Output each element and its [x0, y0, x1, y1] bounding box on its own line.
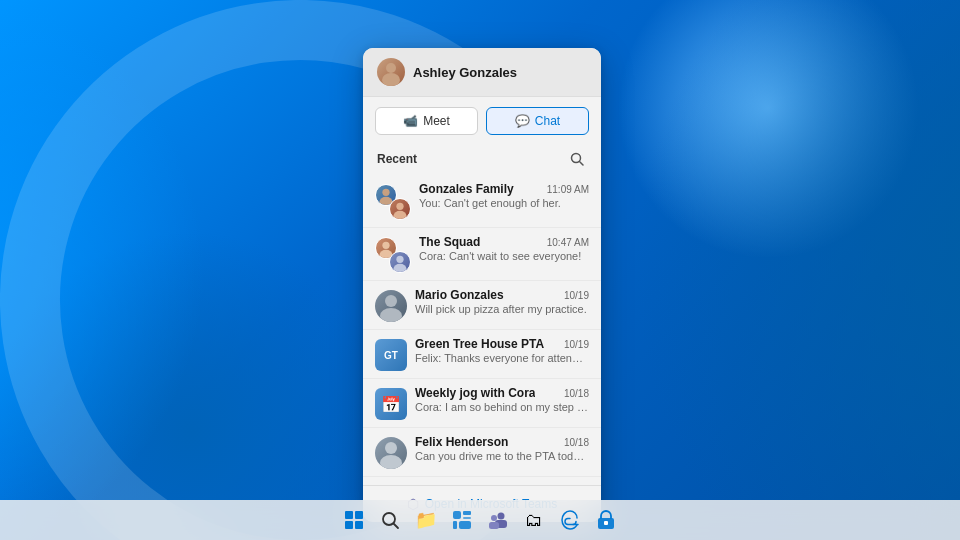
svg-rect-20 — [345, 521, 353, 529]
svg-rect-25 — [463, 511, 471, 515]
conversation-preview: Cora: I am so behind on my step goals. — [415, 401, 589, 413]
action-buttons-row: 📹 Meet 💬 Chat — [363, 97, 601, 145]
conversation-time: 10/19 — [564, 290, 589, 301]
svg-rect-27 — [453, 521, 457, 529]
svg-rect-18 — [345, 511, 353, 519]
conversation-time: 10/19 — [564, 339, 589, 350]
chat-button[interactable]: 💬 Chat — [486, 107, 589, 135]
svg-point-8 — [382, 242, 389, 249]
chat-popup: Ashley Gonzales 📹 Meet 💬 Chat Recent — [363, 48, 601, 522]
svg-point-1 — [382, 73, 400, 86]
avatar: 📅 — [375, 388, 407, 420]
chat-icon: 💬 — [515, 114, 530, 128]
svg-point-13 — [380, 308, 402, 322]
conversation-name: Gonzales Family — [419, 182, 514, 196]
svg-rect-26 — [463, 517, 471, 519]
avatar — [375, 290, 407, 322]
list-item[interactable]: Amber Rodriguez 10/18 That is awesome! L… — [363, 477, 601, 485]
conversation-content: Gonzales Family 11:09 AM You: Can't get … — [419, 182, 589, 209]
search-taskbar-button[interactable] — [374, 504, 406, 536]
folder-button[interactable]: 🗂 — [518, 504, 550, 536]
conversation-content: Mario Gonzales 10/19 Will pick up pizza … — [415, 288, 589, 315]
avatar — [375, 437, 407, 469]
conversation-preview: Felix: Thanks everyone for attending tod… — [415, 352, 589, 364]
edge-button[interactable] — [554, 504, 586, 536]
recent-header: Recent — [363, 145, 601, 175]
conversation-content: Green Tree House PTA 10/19 Felix: Thanks… — [415, 337, 589, 364]
user-avatar — [377, 58, 405, 86]
conversation-content: Felix Henderson 10/18 Can you drive me t… — [415, 435, 589, 462]
svg-rect-34 — [604, 521, 608, 525]
conversation-list: Gonzales Family 11:09 AM You: Can't get … — [363, 175, 601, 485]
svg-point-14 — [385, 442, 397, 454]
avatar — [375, 184, 411, 220]
recent-label: Recent — [377, 152, 417, 166]
conversation-time: 11:09 AM — [547, 184, 589, 195]
meet-button[interactable]: 📹 Meet — [375, 107, 478, 135]
conversation-time: 10:47 AM — [547, 237, 589, 248]
popup-header: Ashley Gonzales — [363, 48, 601, 97]
user-display-name: Ashley Gonzales — [413, 65, 517, 80]
meet-label: Meet — [423, 114, 450, 128]
svg-point-7 — [394, 211, 407, 220]
svg-rect-32 — [489, 522, 499, 529]
svg-line-23 — [394, 524, 399, 529]
svg-point-29 — [498, 513, 505, 520]
taskbar-icons: 📁 🗂 — [338, 504, 622, 536]
taskbar: 📁 🗂 — [0, 500, 960, 540]
conversation-preview: Will pick up pizza after my practice. — [415, 303, 589, 315]
conversation-name: Green Tree House PTA — [415, 337, 544, 351]
svg-point-15 — [380, 455, 402, 469]
svg-rect-21 — [355, 521, 363, 529]
list-item[interactable]: Felix Henderson 10/18 Can you drive me t… — [363, 428, 601, 477]
list-item[interactable]: 📅 Weekly jog with Cora 10/18 Cora: I am … — [363, 379, 601, 428]
list-item[interactable]: The Squad 10:47 AM Cora: Can't wait to s… — [363, 228, 601, 281]
conversation-time: 10/18 — [564, 388, 589, 399]
user-avatar-image — [377, 58, 405, 86]
conversation-preview: Can you drive me to the PTA today? — [415, 450, 589, 462]
list-item[interactable]: Gonzales Family 11:09 AM You: Can't get … — [363, 175, 601, 228]
svg-rect-24 — [453, 511, 461, 519]
conversation-content: Weekly jog with Cora 10/18 Cora: I am so… — [415, 386, 589, 413]
svg-point-31 — [491, 515, 497, 521]
avatar — [375, 237, 411, 273]
widgets-button[interactable] — [446, 504, 478, 536]
svg-point-11 — [394, 264, 407, 273]
svg-point-0 — [386, 63, 396, 73]
svg-line-3 — [580, 162, 584, 166]
svg-point-4 — [382, 189, 389, 196]
conversation-name: Weekly jog with Cora — [415, 386, 535, 400]
search-button[interactable] — [567, 149, 587, 169]
list-item[interactable]: GT Green Tree House PTA 10/19 Felix: Tha… — [363, 330, 601, 379]
conversation-name: Felix Henderson — [415, 435, 508, 449]
svg-point-10 — [396, 256, 403, 263]
conversation-preview: You: Can't get enough of her. — [419, 197, 589, 209]
svg-rect-19 — [355, 511, 363, 519]
avatar: GT — [375, 339, 407, 371]
conversation-preview: Cora: Can't wait to see everyone! — [419, 250, 589, 262]
desktop: Ashley Gonzales 📹 Meet 💬 Chat Recent — [0, 0, 960, 540]
svg-point-12 — [385, 295, 397, 307]
chat-label: Chat — [535, 114, 560, 128]
conversation-name: Mario Gonzales — [415, 288, 504, 302]
conversation-name: The Squad — [419, 235, 480, 249]
meet-icon: 📹 — [403, 114, 418, 128]
conversation-time: 10/18 — [564, 437, 589, 448]
file-explorer-button[interactable]: 📁 — [410, 504, 442, 536]
svg-point-6 — [396, 203, 403, 210]
teams-taskbar-button[interactable] — [482, 504, 514, 536]
svg-rect-28 — [459, 521, 471, 529]
store-button[interactable] — [590, 504, 622, 536]
conversation-content: Amber Rodriguez 10/18 That is awesome! L… — [415, 484, 589, 485]
list-item[interactable]: Mario Gonzales 10/19 Will pick up pizza … — [363, 281, 601, 330]
conversation-content: The Squad 10:47 AM Cora: Can't wait to s… — [419, 235, 589, 262]
start-button[interactable] — [338, 504, 370, 536]
conversation-name: Amber Rodriguez — [415, 484, 515, 485]
